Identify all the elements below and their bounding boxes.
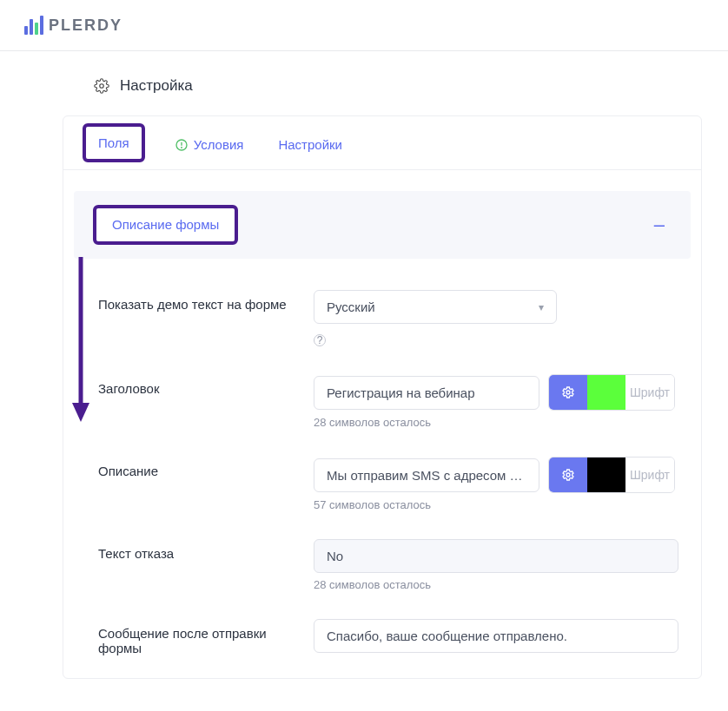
description-input[interactable]: Мы отправим SMS с адресом стр [314, 458, 539, 492]
tab-conditions-label: Условия [194, 137, 244, 152]
svg-marker-5 [72, 403, 89, 422]
page-title: Настройка [120, 77, 193, 95]
title-style-group: Шрифт [548, 374, 675, 411]
tab-conditions[interactable]: Условия [169, 137, 249, 164]
svg-point-3 [181, 147, 182, 148]
svg-point-7 [566, 473, 570, 477]
app-header: PLERDY [0, 0, 728, 51]
description-label: Описание [98, 457, 307, 478]
tab-fields-label: Поля [98, 135, 129, 150]
row-decline: Текст отказа No 28 символов осталось [98, 525, 680, 605]
svg-point-6 [566, 391, 570, 394]
decline-input[interactable]: No [314, 539, 678, 573]
brand-name: PLERDY [49, 16, 122, 35]
tabs-bar: Поля Условия Настройки [63, 116, 701, 170]
description-font-button[interactable]: Шрифт [625, 458, 674, 492]
logo-bars-icon [24, 16, 43, 35]
section-title-highlight: Описание формы [93, 205, 238, 245]
title-char-counter: 28 символов осталось [314, 416, 680, 429]
demo-language-value: Русский [327, 300, 375, 314]
tab-settings-label: Настройки [278, 137, 342, 152]
demo-text-label: Показать демо текст на форме [98, 290, 307, 312]
title-color-settings-button[interactable] [549, 375, 587, 410]
row-title: Заголовок Регистрация на вебинар Шрифт 2… [98, 360, 680, 443]
collapse-button[interactable]: – [647, 214, 672, 236]
annotation-arrow-icon [70, 257, 91, 422]
brand-logo: PLERDY [24, 16, 704, 35]
description-style-group: Шрифт [548, 457, 675, 493]
svg-point-0 [100, 84, 104, 89]
description-color-settings-button[interactable] [549, 458, 587, 492]
title-font-button[interactable]: Шрифт [625, 375, 674, 410]
row-description: Описание Мы отправим SMS с адресом стр Ш… [98, 443, 680, 525]
demo-language-select[interactable]: Русский ▾ [314, 290, 557, 324]
help-icon[interactable]: ? [314, 334, 326, 346]
section-title: Описание формы [112, 217, 219, 232]
page-title-row: Настройка [38, 51, 728, 115]
page-content: Настройка Поля Условия Настройки Описани… [0, 51, 728, 711]
gear-icon [94, 78, 109, 94]
title-label: Заголовок [98, 374, 307, 396]
after-submit-input[interactable]: Спасибо, ваше сообщение отправлено. [314, 619, 678, 653]
gear-icon [561, 468, 575, 482]
title-color-swatch[interactable] [587, 375, 625, 410]
gear-icon [561, 385, 575, 399]
form-area: Показать демо текст на форме Русский ▾ ?… [63, 267, 701, 678]
tab-settings[interactable]: Настройки [273, 137, 347, 164]
title-input[interactable]: Регистрация на вебинар [314, 376, 539, 410]
tab-fields[interactable]: Поля [83, 123, 145, 162]
settings-panel: Поля Условия Настройки Описание формы – … [63, 115, 702, 679]
decline-label: Текст отказа [98, 539, 307, 561]
chevron-down-icon: ▾ [539, 301, 544, 313]
description-char-counter: 57 символов осталось [314, 498, 680, 511]
section-header: Описание формы – [74, 191, 691, 259]
description-color-swatch[interactable] [587, 458, 625, 492]
row-demo-text: Показать демо текст на форме Русский ▾ ? [98, 276, 680, 360]
row-after-submit: Сообщение после отправки формы Спасибо, … [98, 605, 680, 669]
decline-char-counter: 28 символов осталось [314, 578, 680, 591]
warning-icon [175, 138, 189, 152]
after-submit-label: Сообщение после отправки формы [98, 619, 307, 655]
